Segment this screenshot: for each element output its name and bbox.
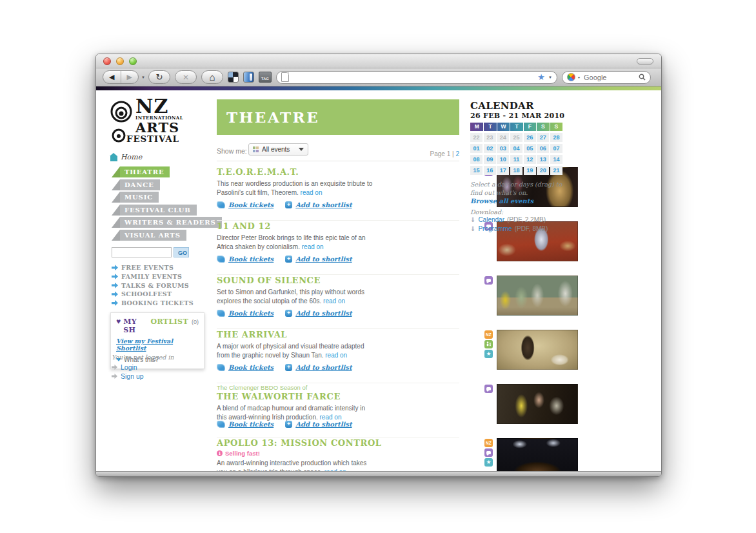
calendar-day[interactable]: 14 (550, 155, 562, 164)
nav-item-theatre[interactable]: THEATRE (120, 166, 170, 177)
book-tickets-link[interactable]: Book tickets (217, 421, 274, 428)
event-photo[interactable] (497, 330, 578, 370)
book-tickets-link[interactable]: Book tickets (217, 256, 274, 263)
event-filter-dropdown[interactable]: All events (248, 143, 308, 156)
history-dropdown-icon[interactable]: ▼ (141, 75, 145, 79)
calendar-day[interactable]: 06 (537, 144, 549, 153)
download-calendar-link[interactable]: Calendar (478, 216, 504, 223)
calendar-day[interactable]: 13 (537, 155, 549, 164)
event-photo[interactable] (497, 384, 578, 424)
add-shortlist-label: Add to shortlist (295, 256, 352, 263)
calendar-day[interactable]: 15 (470, 166, 482, 175)
nav-item-festival-club[interactable]: FESTIVAL CLUB (120, 205, 197, 216)
add-to-shortlist-link[interactable]: +Add to shortlist (285, 364, 352, 371)
view-shortlist-link[interactable]: View my Festival Shortlist (116, 337, 199, 352)
nav-item-dance[interactable]: DANCE (120, 179, 160, 190)
event-title[interactable]: THE ARRIVAL (217, 330, 459, 339)
zoom-window-button[interactable] (129, 57, 137, 65)
event-title[interactable]: SOUND OF SILENCE (217, 276, 459, 285)
calendar-day[interactable]: 08 (470, 155, 482, 164)
add-to-shortlist-link[interactable]: +Add to shortlist (285, 310, 352, 317)
login-link[interactable]: Login (112, 363, 137, 371)
calendar-day[interactable]: 27 (537, 133, 549, 142)
add-to-shortlist-link[interactable]: +Add to shortlist (285, 256, 352, 263)
calendar-day[interactable]: 01 (470, 144, 482, 153)
calendar-day[interactable]: 09 (484, 155, 496, 164)
minimize-window-button[interactable] (116, 57, 124, 65)
calendar-day[interactable]: 28 (550, 133, 562, 142)
nav-item-music[interactable]: MUSIC (120, 192, 159, 203)
calendar-day[interactable]: 24 (497, 133, 509, 142)
download-programme-link[interactable]: Programme (478, 225, 512, 232)
book-tickets-link[interactable]: Book tickets (217, 364, 274, 371)
calendar-day[interactable]: 26 (524, 133, 536, 142)
back-button[interactable]: ◀ (103, 71, 121, 83)
calendar-day[interactable]: 20 (537, 166, 549, 175)
read-on-link[interactable]: read on (324, 468, 346, 472)
web-search-input[interactable] (582, 73, 636, 82)
event-photo[interactable] (497, 438, 578, 471)
book-tickets-link[interactable]: Book tickets (217, 310, 274, 317)
bookmark-delicious-icon[interactable] (228, 72, 239, 83)
read-on-link[interactable]: read on (323, 297, 345, 305)
calendar-day[interactable]: 05 (524, 144, 536, 153)
book-tickets-link[interactable]: Book tickets (217, 201, 274, 208)
quick-link-free-events[interactable]: FREE EVENTS (112, 263, 194, 272)
home-link[interactable]: Home (110, 153, 142, 161)
titlebar[interactable] (96, 54, 661, 68)
site-search-input[interactable] (112, 247, 172, 257)
magnifier-icon[interactable] (639, 74, 646, 81)
browse-all-events-link[interactable]: Browse all events (470, 197, 533, 205)
close-window-button[interactable] (103, 57, 111, 65)
read-on-link[interactable]: read on (301, 189, 323, 196)
read-on-link[interactable]: read on (320, 414, 342, 421)
calendar-day[interactable]: 10 (497, 155, 509, 164)
calendar-day[interactable]: 17 (497, 166, 509, 175)
site-logo[interactable]: NZ INTERNATIONAL ARTS FESTIVAL (109, 98, 183, 146)
nav-item-visual-arts[interactable]: VISUAL ARTS (120, 230, 186, 241)
calendar-day[interactable]: 16 (484, 166, 496, 175)
calendar-day[interactable]: 18 (510, 166, 522, 175)
event-title[interactable]: APOLLO 13: MISSION CONTROL (217, 438, 459, 448)
quick-link-booking-tickets[interactable]: BOOKING TICKETS (112, 299, 194, 308)
calendar-day[interactable]: 25 (510, 133, 522, 142)
calendar-day[interactable]: 23 (484, 133, 496, 142)
read-on-link[interactable]: read on (302, 243, 324, 250)
reload-button[interactable]: ↻ (148, 70, 170, 84)
calendar-day[interactable]: 04 (510, 144, 522, 153)
toolbar-toggle-button[interactable] (637, 58, 653, 65)
url-input[interactable] (292, 73, 534, 82)
event-title[interactable]: T.E.O.R.E.M.A.T. (217, 167, 459, 177)
site-search-go-button[interactable]: GO (174, 247, 189, 257)
forward-button[interactable]: ▶ (121, 71, 139, 83)
bookmark-app-icon[interactable] (243, 72, 254, 83)
event-title[interactable]: 11 AND 12 (217, 221, 459, 231)
url-dropdown-icon[interactable]: ▼ (548, 75, 552, 79)
read-on-link[interactable]: read on (325, 352, 347, 359)
calendar-day[interactable]: 07 (550, 144, 562, 153)
quick-link-family-events[interactable]: FAMILY EVENTS (112, 272, 194, 281)
calendar-day[interactable]: 21 (550, 166, 562, 175)
signup-link[interactable]: Sign up (112, 372, 144, 380)
nav-item-writers-readers[interactable]: WRITERS & READERS (120, 217, 222, 228)
tag-toolbar-button[interactable]: TAG (259, 72, 272, 83)
event-photo[interactable] (497, 276, 578, 316)
calendar-day[interactable]: 12 (524, 155, 536, 164)
calendar-day[interactable]: 02 (484, 144, 496, 153)
day-header: W (497, 123, 510, 131)
add-to-shortlist-link[interactable]: +Add to shortlist (285, 421, 352, 428)
home-button[interactable]: ⌂ (201, 70, 223, 84)
page-2-link[interactable]: 2 (455, 150, 459, 157)
calendar-day[interactable]: 03 (497, 144, 509, 153)
add-to-shortlist-link[interactable]: +Add to shortlist (285, 201, 352, 208)
quick-link-schoolfest[interactable]: SCHOOLFEST (112, 290, 194, 299)
bookmark-star-icon[interactable]: ★ (537, 73, 545, 81)
calendar-day[interactable]: 11 (510, 155, 522, 164)
stop-button[interactable]: ✕ (175, 70, 197, 84)
event-title[interactable]: THE WALWORTH FARCE (217, 392, 459, 401)
quick-link-talks-forums[interactable]: TALKS & FORUMS (112, 281, 194, 290)
calendar-day[interactable]: 19 (524, 166, 536, 175)
page-title: THEATRE (217, 99, 459, 126)
search-engine-dropdown-icon[interactable]: ▾ (578, 75, 580, 79)
calendar-day[interactable]: 22 (470, 133, 482, 142)
